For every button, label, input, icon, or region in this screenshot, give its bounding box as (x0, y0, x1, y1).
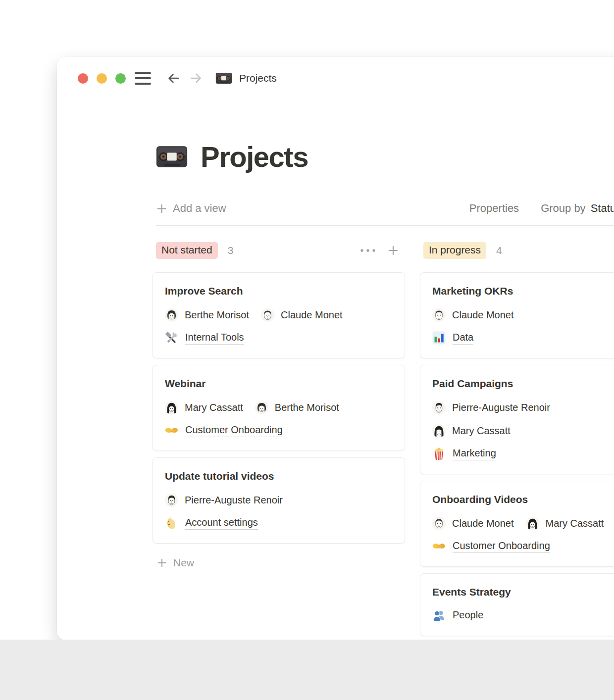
column-actions (359, 245, 399, 256)
tag: Account settings (165, 516, 393, 530)
tag: Customer Onboarding (432, 540, 614, 553)
zoom-button[interactable] (115, 73, 126, 84)
handshake-icon (165, 424, 178, 437)
card-events-strategy[interactable]: Events Strategy People (420, 573, 614, 636)
minimize-button[interactable] (97, 73, 107, 84)
person: Pierre-Auguste Renoir (432, 401, 550, 414)
card-title: Update tutorial videos (165, 470, 393, 482)
avatar (165, 308, 178, 322)
person-row: Mary Cassatt Berthe Morisot (165, 400, 393, 414)
card-title: Events Strategy (432, 586, 614, 598)
column-not-started: Not started 3 Improve Search Berthe Mori… (153, 242, 405, 640)
person-name: Mary Cassatt (452, 425, 511, 437)
avatar (255, 401, 268, 414)
group-by-value: Status (591, 202, 614, 215)
column-count: 3 (228, 245, 234, 256)
person-name: Claude Monet (452, 518, 514, 529)
breadcrumb[interactable]: Projects (239, 72, 277, 84)
tag-label: Marketing (453, 448, 496, 460)
person: Berthe Morisot (165, 308, 249, 322)
page-background-band (0, 640, 614, 700)
plus-icon (156, 557, 167, 568)
person-row: Claude Monet (432, 308, 614, 322)
new-card-button[interactable]: New (153, 557, 405, 569)
forward-arrow-icon[interactable] (189, 71, 204, 86)
tag: People (432, 609, 614, 622)
card-improve-search[interactable]: Improve Search Berthe Morisot Claude Mon… (153, 272, 405, 358)
person: Pierre-Auguste Renoir (165, 494, 283, 507)
person-row: Mary Cassatt (432, 424, 614, 438)
card-paid-campaigns[interactable]: Paid Campaigns Pierre-Auguste Renoir Mar… (420, 365, 614, 474)
avatar (432, 424, 446, 438)
menu-icon[interactable] (135, 72, 151, 85)
person: Mary Cassatt (526, 517, 604, 530)
card-marketing-okrs[interactable]: Marketing OKRs Claude Monet Data (420, 272, 614, 358)
card-webinar[interactable]: Webinar Mary Cassatt Berthe Morisot (153, 365, 405, 451)
tag-label: Data (453, 332, 473, 345)
column-count: 4 (496, 245, 502, 256)
person: Mary Cassatt (165, 401, 243, 414)
person: Claude Monet (432, 308, 514, 322)
page-title: Projects (156, 140, 614, 173)
group-by-button[interactable]: Group by Status (541, 202, 614, 215)
card-title: Marketing OKRs (432, 285, 614, 297)
add-view-button[interactable]: Add a view (156, 202, 226, 215)
tag: Customer Onboarding (165, 424, 393, 437)
moon-icon (165, 516, 178, 530)
person-row: Berthe Morisot Claude Monet (165, 308, 393, 322)
column-in-progress: In progress 4 Marketing OKRs Claude Mone… (420, 242, 614, 640)
avatar (432, 308, 446, 322)
person: Mary Cassatt (432, 424, 511, 438)
person-name: Pierre-Auguste Renoir (452, 402, 550, 413)
tag: Marketing (432, 447, 614, 460)
person: Claude Monet (432, 517, 514, 530)
vhs-cassette-icon[interactable] (156, 145, 188, 168)
group-by-label: Group by (541, 202, 586, 215)
card-title: Webinar (165, 378, 393, 390)
titlebar: Projects (57, 57, 614, 100)
person-name: Mary Cassatt (185, 402, 243, 413)
person: Berthe Morisot (255, 401, 339, 414)
people-icon (432, 609, 446, 622)
bar-chart-icon (432, 331, 446, 345)
close-button[interactable] (78, 73, 88, 84)
person-row: Pierre-Auguste Renoir (165, 493, 393, 507)
status-badge[interactable]: Not started (156, 242, 218, 259)
tag: Internal Tools (165, 331, 393, 345)
card-update-tutorial-videos[interactable]: Update tutorial videos Pierre-Auguste Re… (153, 457, 405, 544)
person-name: Claude Monet (281, 309, 343, 321)
handshake-icon (432, 540, 446, 553)
card-title: Improve Search (165, 285, 393, 297)
properties-button[interactable]: Properties (469, 202, 519, 215)
page-title-text[interactable]: Projects (201, 140, 308, 173)
column-more-icon[interactable] (359, 249, 376, 252)
card-onboarding-videos[interactable]: Onboarding Videos Claude Monet Mary Cass… (420, 481, 614, 567)
card-title: Onboarding Videos (432, 494, 614, 505)
person-row: Pierre-Auguste Renoir (432, 400, 614, 414)
vhs-cassette-icon (215, 72, 232, 84)
avatar (432, 401, 446, 414)
person: Claude Monet (261, 308, 343, 322)
status-badge[interactable]: In progress (423, 242, 486, 259)
new-card-label: New (173, 557, 194, 569)
back-arrow-icon[interactable] (166, 71, 181, 86)
person-name: Claude Monet (452, 309, 514, 321)
avatar (261, 308, 274, 322)
tag-label: Account settings (185, 517, 258, 530)
person-name: Mary Cassatt (546, 518, 604, 529)
view-controls: Add a view Properties Group by Status (156, 200, 614, 217)
person-name: Berthe Morisot (185, 309, 249, 321)
column-header: In progress 4 (420, 242, 614, 259)
person-name: Berthe Morisot (275, 402, 339, 413)
plus-icon (156, 203, 167, 214)
person-row: Claude Monet Mary Cassatt (432, 516, 614, 530)
view-right-controls: Properties Group by Status (469, 202, 614, 215)
column-add-icon[interactable] (387, 245, 399, 256)
traffic-lights (78, 73, 126, 84)
tag: Data (432, 331, 614, 345)
person-name: Pierre-Auguste Renoir (185, 495, 283, 506)
popcorn-icon (432, 447, 446, 460)
avatar (165, 401, 178, 414)
avatar (526, 517, 539, 530)
tools-icon (165, 331, 178, 345)
